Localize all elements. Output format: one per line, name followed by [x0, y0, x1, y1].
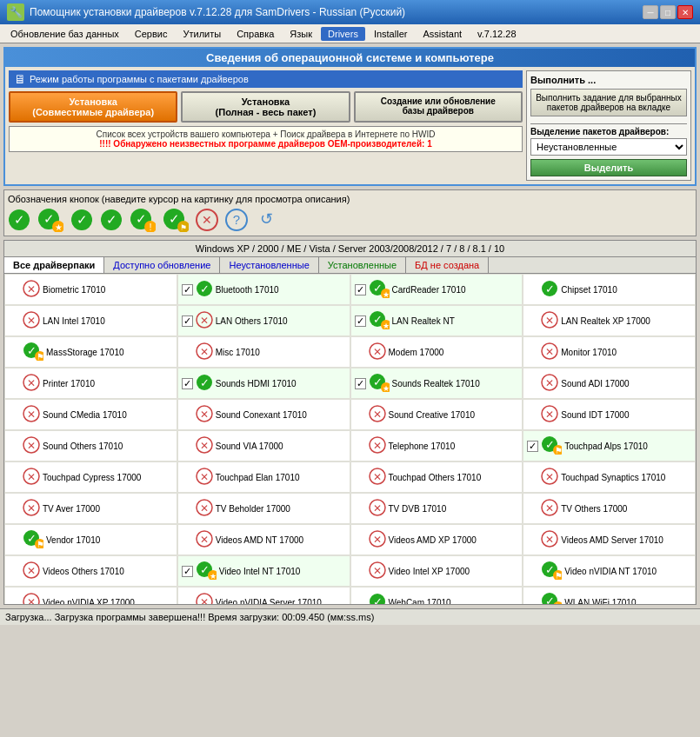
- list-item[interactable]: ✓✓Sounds HDMI 17010: [177, 368, 350, 399]
- list-item[interactable]: ✕Videos AMD Server 17010: [523, 524, 696, 555]
- driver-status-icon: ✕: [369, 499, 386, 518]
- driver-filter-dropdown[interactable]: Неустановленные Установленные Все: [530, 138, 687, 156]
- list-item[interactable]: ✕TV Beholder 17000: [177, 493, 350, 524]
- list-item[interactable]: ✕Sound Creative 17010: [350, 399, 523, 430]
- svg-text:✕: ✕: [373, 502, 382, 515]
- maximize-button[interactable]: □: [660, 5, 676, 19]
- svg-text:✓: ✓: [77, 212, 88, 227]
- driver-checkbox[interactable]: ✓: [355, 378, 366, 389]
- menu-help[interactable]: Справка: [230, 27, 281, 41]
- execute-button[interactable]: Выполнить задание для выбранных пакетов …: [530, 89, 687, 116]
- list-item[interactable]: ✕Sound IDT 17000: [523, 399, 696, 430]
- tab-no-db[interactable]: БД не создана: [406, 257, 489, 273]
- list-item[interactable]: ✓⚑WLAN WiFi 17010: [523, 587, 696, 604]
- minimize-button[interactable]: ─: [643, 5, 658, 19]
- menu-drivers[interactable]: Drivers: [321, 27, 365, 41]
- list-item[interactable]: ✕LAN Intel 17010: [4, 305, 177, 336]
- tab-installed[interactable]: Установленные: [319, 257, 406, 273]
- menu-utils[interactable]: Утилиты: [176, 27, 228, 41]
- install-compatible-button[interactable]: Установка(Совместимые драйвера): [9, 91, 177, 123]
- driver-checkbox[interactable]: ✓: [182, 315, 193, 327]
- list-item[interactable]: ✓WebCam 17010: [350, 587, 523, 604]
- driver-name: Sound Creative 17010: [389, 409, 476, 421]
- list-item[interactable]: ✕Videos AMD XP 17000: [350, 524, 523, 555]
- install-full-button[interactable]: Установка(Полная - весь пакет): [181, 91, 350, 123]
- list-item[interactable]: ✓⚑MassStorage 17010: [4, 336, 177, 368]
- menu-update[interactable]: Обновление баз данных: [3, 27, 126, 41]
- list-item[interactable]: ✓✓Bluetooth 17010: [177, 274, 350, 305]
- list-item[interactable]: ✓Chipset 17010: [523, 274, 696, 305]
- driver-checkbox[interactable]: ✓: [355, 315, 366, 327]
- list-item[interactable]: ✕Monitor 17010: [523, 336, 696, 368]
- driver-checkbox[interactable]: ✓: [355, 284, 366, 295]
- driver-checkbox[interactable]: ✓: [527, 441, 538, 452]
- list-item[interactable]: ✓⚑Vendor 17010: [4, 524, 177, 555]
- list-item[interactable]: ✕Misc 17010: [177, 336, 350, 368]
- list-item[interactable]: ✕Touchpad Elan 17010: [177, 461, 350, 493]
- list-item[interactable]: ✓⚑Video nVIDIA NT 17010: [523, 555, 696, 587]
- list-item[interactable]: ✕LAN Realtek XP 17000: [523, 305, 696, 336]
- driver-name: Sounds Realtek 17010: [392, 378, 480, 389]
- svg-text:✓: ✓: [545, 563, 555, 576]
- list-item[interactable]: ✕Modem 17000: [350, 336, 523, 368]
- list-item[interactable]: ✕TV DVB 17010: [350, 493, 523, 524]
- svg-text:✓: ✓: [43, 211, 55, 226]
- driver-checkbox[interactable]: ✓: [182, 566, 193, 577]
- menu-service[interactable]: Сервис: [128, 27, 175, 41]
- driver-name: Videos AMD NT 17000: [216, 534, 303, 546]
- driver-status-icon: ✕: [196, 436, 213, 455]
- tab-all[interactable]: Все драйверпаки: [4, 257, 104, 273]
- list-item[interactable]: ✕Video nVIDIA XP 17000: [4, 587, 177, 604]
- list-item[interactable]: ✕Touchpad Others 17010: [350, 461, 523, 493]
- execute-text: Выполнить задание для выбранных пакетов …: [536, 93, 682, 112]
- tab-updates[interactable]: Доступно обновление: [104, 257, 220, 273]
- menu-language[interactable]: Язык: [283, 27, 319, 41]
- driver-checkbox[interactable]: ✓: [182, 284, 193, 295]
- highlight-label: Выделить: [584, 163, 633, 173]
- list-item[interactable]: ✕Video nVIDIA Server 17010: [177, 587, 350, 604]
- list-item[interactable]: ✕Videos AMD NT 17000: [177, 524, 350, 555]
- list-item[interactable]: ✕TV Others 17000: [523, 493, 696, 524]
- driver-list-container[interactable]: ✕Biometric 17010✓✓Bluetooth 17010✓✓★Card…: [4, 274, 696, 604]
- list-item[interactable]: ✕Telephone 17010: [350, 430, 523, 461]
- driver-name: Video nVIDIA XP 17000: [43, 597, 135, 605]
- menu-assistant[interactable]: Assistant: [416, 27, 469, 41]
- list-item[interactable]: ✕Sound Conexant 17010: [177, 399, 350, 430]
- list-item[interactable]: ✓✓⚑Touchpad Alps 17010: [523, 430, 696, 461]
- close-button[interactable]: ✕: [677, 5, 693, 19]
- driver-status-icon: ✓⚑: [23, 342, 43, 362]
- list-item[interactable]: ✕Sound ADI 17000: [523, 368, 696, 399]
- driver-name: Sound Others 17010: [43, 441, 123, 452]
- driver-name: Touchpad Cypress 17000: [43, 472, 141, 483]
- list-item[interactable]: ✕Sound VIA 17000: [177, 430, 350, 461]
- list-item[interactable]: ✕Touchpad Cypress 17000: [4, 461, 177, 493]
- list-item[interactable]: ✓✓★CardReader 17010: [350, 274, 523, 305]
- svg-text:⚑: ⚑: [555, 446, 563, 455]
- tab-uninstalled[interactable]: Неустановленные: [220, 257, 318, 273]
- list-item[interactable]: ✕Sound CMedia 17010: [4, 399, 177, 430]
- list-item[interactable]: ✕Sound Others 17010: [4, 430, 177, 461]
- list-item[interactable]: ✓✓★Sounds Realtek 17010: [350, 368, 523, 399]
- list-item[interactable]: ✕Video Intel XP 17000: [350, 555, 523, 587]
- svg-text:✕: ✕: [545, 315, 554, 327]
- list-item[interactable]: ✕TV Aver 17000: [4, 493, 177, 524]
- list-item[interactable]: ✓✓★LAN Realtek NT: [350, 305, 523, 336]
- driver-status-icon: ✕: [369, 342, 386, 362]
- list-item[interactable]: ✕Printer 17010: [4, 368, 177, 399]
- list-item[interactable]: ✓✕LAN Others 17010: [177, 305, 350, 336]
- highlight-button[interactable]: Выделить: [530, 159, 687, 176]
- menu-installer[interactable]: Installer: [367, 27, 415, 41]
- list-item[interactable]: ✓✓★Video Intel NT 17010: [177, 555, 350, 587]
- driver-checkbox[interactable]: ✓: [182, 378, 193, 389]
- svg-text:✓: ✓: [372, 375, 382, 388]
- icon-refresh[interactable]: ↺: [255, 209, 277, 231]
- svg-text:✓: ✓: [372, 595, 382, 604]
- list-item[interactable]: ✕Touchpad Synaptics 17010: [523, 461, 696, 493]
- create-db-button[interactable]: Создание или обновлениебазы драйверов: [354, 91, 523, 123]
- mode-icon: 🖥: [14, 72, 26, 86]
- list-item[interactable]: ✕Biometric 17010: [4, 274, 177, 305]
- driver-status-icon: ✕: [23, 280, 40, 299]
- driver-status-icon: ✕: [23, 405, 40, 424]
- list-item[interactable]: ✕Videos Others 17010: [4, 555, 177, 587]
- svg-text:✕: ✕: [200, 596, 209, 604]
